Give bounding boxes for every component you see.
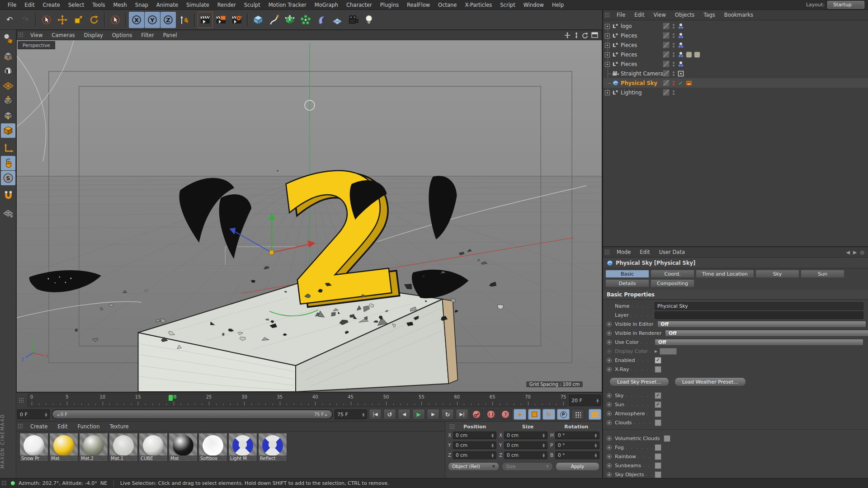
- layer-input[interactable]: [655, 311, 863, 319]
- check-tag-icon[interactable]: ✓: [677, 80, 684, 86]
- viewport-solo-button[interactable]: [1, 156, 15, 170]
- animation-dot-icon[interactable]: [607, 445, 612, 450]
- render-settings-button[interactable]: [229, 12, 245, 28]
- material-swatch[interactable]: Mat: [50, 433, 78, 461]
- menu-item[interactable]: Plugins: [376, 2, 403, 8]
- animation-dot-icon[interactable]: [607, 367, 612, 372]
- menu-item[interactable]: Animate: [152, 2, 182, 8]
- workplane-button[interactable]: [1, 206, 15, 221]
- object-row[interactable]: Straight Camera: [603, 69, 868, 78]
- attribute-menu-item[interactable]: Mode: [612, 249, 635, 255]
- layout-dropdown[interactable]: Startup: [827, 1, 864, 9]
- attribute-tab[interactable]: Sun: [801, 270, 844, 278]
- menu-item[interactable]: Simulate: [182, 2, 213, 8]
- pan-view-icon[interactable]: [564, 32, 571, 38]
- menu-item[interactable]: Motion Tracker: [264, 2, 311, 8]
- texture-mode-button[interactable]: [1, 64, 15, 78]
- tex-tag-icon[interactable]: [685, 51, 692, 58]
- lock-z-axis-button[interactable]: Z: [160, 12, 176, 28]
- toggle-checkbox[interactable]: [655, 392, 661, 399]
- menu-item[interactable]: Help: [548, 2, 568, 8]
- tex-tag-icon[interactable]: [693, 51, 700, 58]
- object-manager-menu-item[interactable]: File: [612, 12, 630, 18]
- position-value-field[interactable]: 0 cm ▲▼: [453, 432, 496, 439]
- animation-dot-icon[interactable]: [607, 463, 612, 468]
- redo-button[interactable]: ↷: [18, 12, 33, 28]
- menu-item[interactable]: File: [4, 2, 20, 8]
- coord-mode-dropdown[interactable]: Object (Rel)▼: [448, 462, 499, 471]
- goto-end-button[interactable]: ▶|: [456, 409, 468, 420]
- current-frame-field[interactable]: 20 F ▲▼: [569, 394, 601, 406]
- coordinate-system-button[interactable]: [176, 12, 192, 28]
- visibility-dots-icon[interactable]: [671, 90, 676, 95]
- object-row[interactable]: LoPieces: [603, 31, 868, 40]
- display-color-swatch[interactable]: [660, 348, 677, 355]
- add-mograph-button[interactable]: [298, 12, 313, 28]
- stepper-arrows[interactable]: ▲▼: [594, 398, 599, 403]
- apply-button[interactable]: Apply: [556, 462, 599, 471]
- object-row[interactable]: LoLighting: [603, 88, 868, 97]
- viewport-menu-item[interactable]: Display: [79, 32, 107, 38]
- dyn-tag-icon[interactable]: [677, 32, 684, 39]
- expand-icon[interactable]: [604, 51, 611, 58]
- object-name[interactable]: Physical Sky: [621, 80, 657, 86]
- material-swatch[interactable]: Mat: [169, 433, 197, 461]
- object-manager-menu-item[interactable]: Objects: [670, 12, 699, 18]
- expand-icon[interactable]: [604, 89, 611, 96]
- animation-dot-icon[interactable]: [607, 331, 612, 336]
- add-camera-button[interactable]: [345, 12, 361, 28]
- object-row[interactable]: LoPieces: [603, 59, 868, 69]
- position-value-field[interactable]: 0 cm ▲▼: [453, 451, 496, 459]
- menu-item[interactable]: X-Particles: [461, 2, 496, 8]
- add-deformer-button[interactable]: [314, 12, 329, 28]
- visibility-dots-icon[interactable]: [671, 81, 676, 85]
- material-menu-item[interactable]: Edit: [52, 423, 72, 430]
- toggle-checkbox[interactable]: [655, 410, 661, 417]
- range-start-field[interactable]: 0 F ▲▼: [17, 409, 50, 419]
- add-environment-button[interactable]: [330, 12, 345, 28]
- rotation-value-field[interactable]: 0 ° ▲▼: [555, 451, 599, 459]
- load-preset-button[interactable]: Load Sky Preset...: [609, 377, 669, 386]
- lock-x-axis-button[interactable]: X: [129, 12, 144, 28]
- keyframe-selection-button[interactable]: ?: [499, 409, 512, 420]
- size-value-field[interactable]: 0 cm ▲▼: [504, 432, 547, 439]
- logo-2[interactable]: 2 2: [268, 131, 419, 349]
- object-row[interactable]: Physical Sky✓: [603, 78, 868, 88]
- animation-dot-icon[interactable]: [607, 393, 612, 398]
- dyn-tag-icon[interactable]: [677, 51, 684, 58]
- panel-grip[interactable]: [18, 423, 23, 429]
- material-menu-item[interactable]: Texture: [104, 423, 133, 430]
- animation-dot-icon[interactable]: [607, 411, 612, 416]
- record-scale-button[interactable]: [528, 409, 541, 420]
- goto-start-button[interactable]: |◀: [369, 409, 382, 420]
- animation-dot-icon[interactable]: [607, 358, 612, 363]
- animation-dot-icon[interactable]: [607, 322, 612, 327]
- viewport-canvas[interactable]: 2 2: [17, 40, 602, 392]
- points-mode-button[interactable]: [1, 94, 15, 108]
- panel-grip[interactable]: [604, 12, 610, 18]
- visible-renderer-dropdown[interactable]: Off: [665, 330, 868, 337]
- menu-item[interactable]: Octane: [434, 2, 461, 8]
- lock-y-axis-button[interactable]: Y: [145, 12, 160, 28]
- viewport-menu-item[interactable]: Options: [108, 32, 137, 38]
- menu-item[interactable]: Snap: [131, 2, 152, 8]
- add-generator-button[interactable]: [282, 12, 297, 28]
- menu-item[interactable]: Create: [39, 2, 64, 8]
- object-name[interactable]: Pieces: [621, 52, 637, 58]
- animation-dot-icon[interactable]: [607, 436, 612, 441]
- model-mode-button[interactable]: [1, 49, 15, 63]
- attribute-tab[interactable]: Time and Location: [696, 270, 754, 278]
- animation-dot-icon[interactable]: [607, 340, 612, 345]
- toggle-checkbox[interactable]: [655, 401, 661, 408]
- dyn-tag-icon[interactable]: [677, 61, 684, 67]
- snap-tool-button[interactable]: S: [1, 171, 15, 185]
- toggle-checkbox[interactable]: [655, 462, 661, 469]
- render-view-button[interactable]: [198, 12, 213, 28]
- expand-icon[interactable]: [604, 32, 611, 39]
- make-editable-button[interactable]: [1, 31, 15, 46]
- object-row[interactable]: LoPieces: [603, 50, 868, 59]
- panel-grip[interactable]: [449, 424, 455, 430]
- range-end-field[interactable]: 75 F ▲▼: [335, 409, 367, 419]
- rotate-tool-button[interactable]: [86, 12, 102, 28]
- section-header[interactable]: Basic Properties: [603, 290, 868, 300]
